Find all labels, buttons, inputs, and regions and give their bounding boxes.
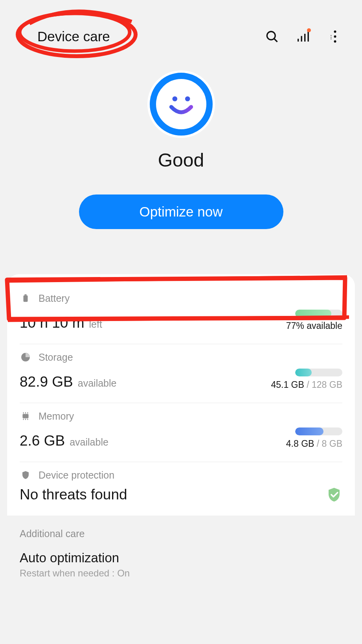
memory-ratio: 4.8 GB / 8 GB bbox=[286, 439, 342, 449]
memory-bar bbox=[295, 427, 342, 435]
auto-optimization-title: Auto optimization bbox=[20, 550, 362, 565]
svg-rect-17 bbox=[22, 414, 28, 418]
svg-point-7 bbox=[331, 37, 331, 37]
battery-bar bbox=[295, 310, 342, 317]
memory-suffix: available bbox=[70, 437, 108, 448]
storage-card[interactable]: Storage 82.9 GB available 45.1 GB / 128 … bbox=[20, 344, 342, 403]
storage-value: 82.9 GB bbox=[20, 374, 73, 390]
auto-optimization-item[interactable]: Auto optimization Restart when needed : … bbox=[20, 550, 362, 579]
svg-rect-14 bbox=[24, 295, 28, 302]
svg-point-10 bbox=[334, 35, 336, 38]
svg-point-13 bbox=[185, 96, 190, 101]
more-icon[interactable] bbox=[326, 29, 340, 44]
memory-label: Memory bbox=[39, 411, 74, 422]
protection-label: Device protection bbox=[39, 470, 114, 481]
svg-point-8 bbox=[331, 39, 331, 39]
svg-point-11 bbox=[334, 40, 336, 42]
shield-ok-icon bbox=[326, 486, 342, 503]
page-title: Device care bbox=[37, 29, 265, 44]
storage-bar bbox=[295, 369, 342, 376]
svg-point-9 bbox=[334, 30, 336, 33]
cards-container: Battery 10 h 10 m left 77% available Sto… bbox=[7, 274, 355, 516]
storage-label: Storage bbox=[39, 352, 73, 363]
optimize-now-button[interactable]: Optimize now bbox=[79, 194, 283, 229]
battery-icon bbox=[20, 292, 31, 304]
svg-point-12 bbox=[172, 96, 177, 101]
status-smiley-icon bbox=[150, 73, 213, 136]
svg-point-0 bbox=[267, 31, 275, 40]
battery-label: Battery bbox=[39, 293, 70, 304]
memory-card[interactable]: Memory 2.6 GB available 4.8 GB / 8 GB bbox=[20, 403, 342, 462]
notification-dot bbox=[307, 28, 311, 32]
memory-icon bbox=[20, 410, 31, 422]
additional-care-heading: Additional care bbox=[20, 528, 362, 539]
protection-status: No threats found bbox=[20, 486, 127, 503]
battery-time-suffix: left bbox=[89, 319, 102, 330]
svg-rect-15 bbox=[24, 294, 27, 295]
chart-icon[interactable] bbox=[296, 29, 310, 44]
svg-point-6 bbox=[331, 35, 331, 36]
storage-icon bbox=[20, 351, 31, 363]
battery-avail-text: 77% available bbox=[286, 321, 342, 331]
protection-card[interactable]: Device protection No threats found bbox=[20, 462, 342, 516]
battery-card[interactable]: Battery 10 h 10 m left 77% available bbox=[20, 285, 342, 344]
svg-line-1 bbox=[274, 39, 277, 42]
back-button[interactable] bbox=[14, 31, 26, 42]
storage-ratio: 45.1 GB / 128 GB bbox=[271, 380, 342, 390]
auto-optimization-sub: Restart when needed : On bbox=[20, 568, 362, 579]
memory-value: 2.6 GB bbox=[20, 433, 65, 449]
shield-icon bbox=[20, 469, 31, 481]
device-status-text: Good bbox=[158, 149, 204, 171]
storage-suffix: available bbox=[78, 378, 117, 389]
battery-time-value: 10 h 10 m bbox=[20, 315, 85, 331]
search-icon[interactable] bbox=[265, 29, 279, 44]
